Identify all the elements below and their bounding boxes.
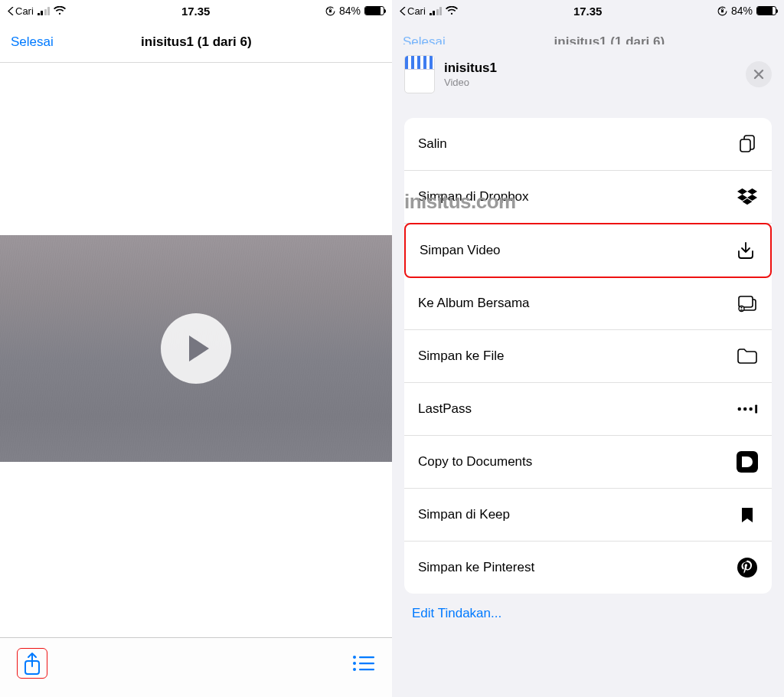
bookmark-icon (737, 504, 758, 525)
battery-percent: 84% (339, 5, 361, 17)
svg-rect-6 (359, 663, 374, 664)
list-icon (352, 655, 375, 672)
wifi-icon (446, 6, 458, 15)
share-icon (22, 652, 42, 676)
action-label: Salin (418, 136, 447, 152)
file-thumbnail (404, 55, 435, 93)
action-label: Simpan di Keep (418, 507, 510, 522)
lastpass-icon (737, 398, 758, 420)
screen-left: Cari 17.35 84% Selesai (0, 0, 392, 697)
svg-rect-8 (359, 669, 374, 670)
battery-percent: 84% (731, 5, 753, 17)
chevron-left-icon (400, 7, 406, 15)
signal-icon (430, 7, 443, 15)
statusbar-back[interactable]: Cari (400, 5, 426, 17)
action-label: Simpan ke File (418, 348, 504, 364)
close-icon (753, 69, 764, 80)
rotation-lock-icon (325, 6, 335, 16)
page-title: inisitus1 (1 dari 6) (11, 34, 381, 50)
pinterest-icon (737, 557, 758, 578)
battery-icon (756, 6, 776, 15)
svg-rect-10 (721, 10, 724, 12)
action-save-download[interactable]: Simpan Video (404, 223, 772, 278)
statusbar-right: Cari 17.35 84% (392, 0, 784, 21)
svg-rect-19 (755, 404, 757, 413)
svg-point-16 (737, 407, 740, 411)
svg-rect-1 (329, 10, 332, 12)
statusbar-time: 17.35 (573, 5, 603, 18)
action-copy[interactable]: Salin (404, 118, 772, 171)
svg-point-5 (353, 662, 356, 665)
svg-point-14 (739, 306, 744, 312)
svg-point-18 (749, 407, 752, 411)
svg-point-15 (740, 307, 742, 309)
sheet-header-text: inisitus1 Video (444, 61, 497, 87)
navbar: Selesai inisitus1 (1 dari 6) (0, 21, 392, 63)
action-label: Simpan ke Pinterest (418, 560, 534, 575)
battery-icon (364, 6, 384, 15)
action-folder[interactable]: Simpan ke File (404, 330, 772, 383)
list-button[interactable] (352, 655, 375, 672)
action-label: LastPass (418, 401, 472, 417)
save-download-icon (735, 240, 756, 261)
dropbox-icon (737, 186, 758, 208)
documents-app-icon (737, 451, 758, 473)
svg-rect-11 (740, 139, 750, 152)
watermark: inisitus.com (404, 190, 516, 214)
video-area: 00.00 (0, 63, 392, 637)
signal-icon (38, 7, 51, 15)
sheet-subtitle: Video (444, 77, 497, 88)
play-icon (189, 335, 209, 362)
statusbar-back[interactable]: Cari (8, 5, 34, 17)
shared-album-icon (737, 293, 758, 314)
wifi-icon (54, 6, 66, 15)
statusbar-right-group: 84% (325, 5, 384, 17)
statusbar-time: 17.35 (181, 5, 211, 18)
sheet-header: inisitus1 Video (392, 44, 784, 112)
screen-right: Cari 17.35 84% Selesai in (392, 0, 784, 697)
statusbar-left: Cari 17.35 84% (0, 0, 392, 21)
copy-icon (737, 133, 758, 155)
action-label: Ke Album Bersama (418, 296, 530, 311)
video-file-icon (405, 56, 434, 70)
statusbar-back-label: Cari (15, 5, 34, 17)
action-documents-app[interactable]: Copy to Documents (404, 436, 772, 489)
svg-point-7 (353, 668, 356, 671)
chevron-left-icon (8, 7, 14, 15)
statusbar-back-label: Cari (407, 5, 426, 17)
action-label: Simpan Video (420, 243, 501, 258)
action-pinterest[interactable]: Simpan ke Pinterest (404, 542, 772, 594)
video-preview[interactable] (0, 235, 392, 462)
close-button[interactable] (746, 61, 772, 87)
rotation-lock-icon (717, 6, 727, 16)
action-lastpass[interactable]: LastPass (404, 383, 772, 436)
svg-point-3 (353, 656, 356, 659)
action-label: Copy to Documents (418, 454, 532, 470)
statusbar-left-group: Cari (8, 5, 66, 17)
svg-point-17 (743, 407, 746, 411)
action-shared-album[interactable]: Ke Album Bersama (404, 277, 772, 330)
folder-icon (737, 345, 758, 367)
action-bookmark[interactable]: Simpan di Keep (404, 489, 772, 542)
toolbar (0, 637, 392, 697)
share-button[interactable] (17, 648, 47, 679)
play-button[interactable] (161, 313, 231, 384)
svg-rect-4 (359, 656, 374, 658)
sheet-title: inisitus1 (444, 61, 497, 76)
share-sheet: inisitus1 Video SalinSimpan di DropboxSi… (392, 44, 784, 697)
edit-actions-link[interactable]: Edit Tindakan... (392, 594, 784, 621)
